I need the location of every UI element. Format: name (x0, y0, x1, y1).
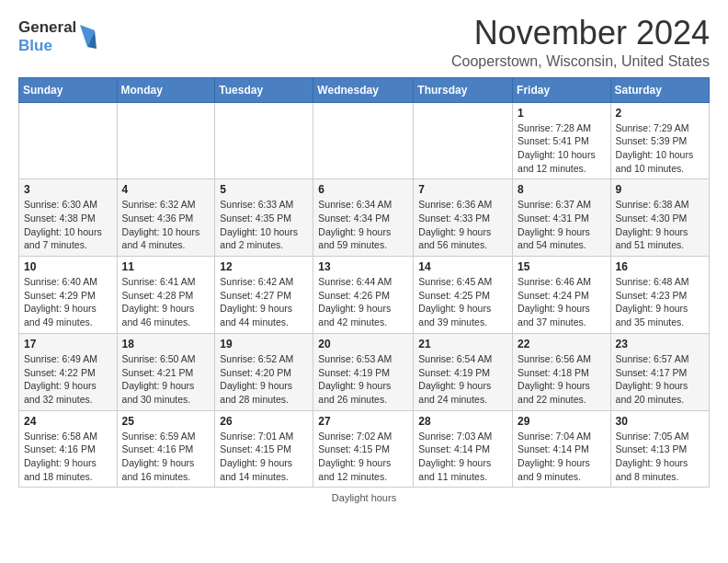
calendar-cell: 13Sunrise: 6:44 AMSunset: 4:26 PMDayligh… (313, 257, 414, 334)
day-number: 24 (24, 415, 112, 428)
logo: General Blue (18, 18, 98, 54)
calendar-cell (313, 102, 414, 179)
calendar-cell: 15Sunrise: 6:46 AMSunset: 4:24 PMDayligh… (513, 257, 611, 334)
day-info: Sunrise: 7:01 AMSunset: 4:15 PMDaylight:… (220, 430, 308, 484)
calendar-cell: 12Sunrise: 6:42 AMSunset: 4:27 PMDayligh… (215, 257, 313, 334)
day-info: Sunrise: 7:28 AMSunset: 5:41 PMDaylight:… (518, 121, 606, 176)
calendar-cell: 24Sunrise: 6:58 AMSunset: 4:16 PMDayligh… (19, 410, 118, 488)
calendar-cell: 1Sunrise: 7:28 AMSunset: 5:41 PMDaylight… (513, 102, 611, 179)
day-info: Sunrise: 6:57 AMSunset: 4:17 PMDaylight:… (616, 352, 704, 407)
calendar-table: SundayMondayTuesdayWednesdayThursdayFrid… (18, 77, 710, 488)
calendar-cell: 18Sunrise: 6:50 AMSunset: 4:21 PMDayligh… (117, 333, 215, 410)
day-number: 21 (418, 338, 507, 350)
calendar-cell: 23Sunrise: 6:57 AMSunset: 4:17 PMDayligh… (610, 333, 709, 410)
calendar-week-1: 1Sunrise: 7:28 AMSunset: 5:41 PMDaylight… (19, 102, 710, 179)
day-number: 22 (518, 338, 606, 350)
day-info: Sunrise: 6:33 AMSunset: 4:35 PMDaylight:… (220, 198, 308, 252)
day-number: 11 (122, 260, 210, 273)
day-info: Sunrise: 6:37 AMSunset: 4:31 PMDaylight:… (518, 198, 606, 252)
calendar-cell: 30Sunrise: 7:05 AMSunset: 4:13 PMDayligh… (610, 410, 709, 488)
day-number: 9 (616, 183, 704, 196)
calendar-cell: 4Sunrise: 6:32 AMSunset: 4:36 PMDaylight… (117, 179, 215, 257)
day-info: Sunrise: 7:05 AMSunset: 4:13 PMDaylight:… (616, 430, 704, 484)
calendar-header-thursday: Thursday (414, 77, 513, 102)
calendar-cell: 5Sunrise: 6:33 AMSunset: 4:35 PMDaylight… (215, 179, 313, 257)
calendar-cell (117, 102, 215, 179)
day-number: 7 (418, 183, 507, 196)
day-number: 2 (616, 107, 704, 120)
calendar-cell: 22Sunrise: 6:56 AMSunset: 4:18 PMDayligh… (513, 333, 611, 410)
day-info: Sunrise: 7:04 AMSunset: 4:14 PMDaylight:… (518, 430, 606, 484)
header: General Blue November 2024 Cooperstown, … (18, 15, 710, 70)
day-number: 8 (518, 183, 606, 196)
calendar-header-monday: Monday (117, 77, 215, 102)
calendar-header-sunday: Sunday (19, 77, 118, 102)
day-info: Sunrise: 6:50 AMSunset: 4:21 PMDaylight:… (122, 352, 210, 407)
calendar-week-4: 17Sunrise: 6:49 AMSunset: 4:22 PMDayligh… (19, 333, 710, 410)
day-number: 5 (220, 183, 308, 196)
day-info: Sunrise: 6:59 AMSunset: 4:16 PMDaylight:… (122, 430, 210, 484)
calendar-cell: 26Sunrise: 7:01 AMSunset: 4:15 PMDayligh… (215, 410, 313, 488)
day-info: Sunrise: 6:53 AMSunset: 4:19 PMDaylight:… (318, 352, 408, 407)
calendar-cell: 17Sunrise: 6:49 AMSunset: 4:22 PMDayligh… (19, 333, 118, 410)
day-info: Sunrise: 6:32 AMSunset: 4:36 PMDaylight:… (122, 198, 210, 252)
calendar-week-3: 10Sunrise: 6:40 AMSunset: 4:29 PMDayligh… (19, 257, 710, 334)
day-number: 4 (122, 183, 210, 196)
calendar-cell (19, 102, 118, 179)
day-number: 13 (318, 260, 408, 273)
calendar-cell: 28Sunrise: 7:03 AMSunset: 4:14 PMDayligh… (414, 410, 513, 488)
day-info: Sunrise: 7:29 AMSunset: 5:39 PMDaylight:… (616, 121, 704, 176)
day-info: Sunrise: 6:46 AMSunset: 4:24 PMDaylight:… (518, 275, 606, 329)
day-info: Sunrise: 6:48 AMSunset: 4:23 PMDaylight:… (616, 275, 704, 329)
day-number: 29 (518, 415, 606, 428)
page: General Blue November 2024 Cooperstown, … (0, 0, 728, 563)
day-info: Sunrise: 6:45 AMSunset: 4:25 PMDaylight:… (418, 275, 507, 329)
day-info: Sunrise: 7:03 AMSunset: 4:14 PMDaylight:… (418, 430, 507, 484)
day-info: Sunrise: 7:02 AMSunset: 4:15 PMDaylight:… (318, 430, 408, 484)
day-info: Sunrise: 6:40 AMSunset: 4:29 PMDaylight:… (24, 275, 112, 329)
footer-note: Daylight hours (18, 492, 710, 503)
calendar-cell: 25Sunrise: 6:59 AMSunset: 4:16 PMDayligh… (117, 410, 215, 488)
day-number: 17 (24, 338, 112, 350)
day-number: 23 (616, 338, 704, 350)
calendar-header-tuesday: Tuesday (215, 77, 313, 102)
calendar-cell: 10Sunrise: 6:40 AMSunset: 4:29 PMDayligh… (19, 257, 118, 334)
day-number: 27 (318, 415, 408, 428)
day-info: Sunrise: 6:30 AMSunset: 4:38 PMDaylight:… (24, 198, 112, 252)
calendar-cell: 19Sunrise: 6:52 AMSunset: 4:20 PMDayligh… (215, 333, 313, 410)
calendar-cell: 16Sunrise: 6:48 AMSunset: 4:23 PMDayligh… (610, 257, 709, 334)
logo-graphic: General Blue (18, 18, 98, 54)
calendar-cell: 11Sunrise: 6:41 AMSunset: 4:28 PMDayligh… (117, 257, 215, 334)
main-title: November 2024 (451, 15, 710, 52)
day-number: 6 (318, 183, 408, 196)
day-number: 16 (616, 260, 704, 273)
day-number: 28 (418, 415, 507, 428)
calendar-week-2: 3Sunrise: 6:30 AMSunset: 4:38 PMDaylight… (19, 179, 710, 257)
day-info: Sunrise: 6:58 AMSunset: 4:16 PMDaylight:… (24, 430, 112, 484)
calendar-cell: 8Sunrise: 6:37 AMSunset: 4:31 PMDaylight… (513, 179, 611, 257)
day-number: 14 (418, 260, 507, 273)
calendar-cell: 29Sunrise: 7:04 AMSunset: 4:14 PMDayligh… (513, 410, 611, 488)
day-info: Sunrise: 6:52 AMSunset: 4:20 PMDaylight:… (220, 352, 308, 407)
logo-icon (78, 23, 98, 51)
calendar-cell (414, 102, 513, 179)
day-number: 25 (122, 415, 210, 428)
subtitle: Cooperstown, Wisconsin, United States (451, 53, 710, 70)
day-info: Sunrise: 6:54 AMSunset: 4:19 PMDaylight:… (418, 352, 507, 407)
day-info: Sunrise: 6:38 AMSunset: 4:30 PMDaylight:… (616, 198, 704, 252)
day-info: Sunrise: 6:49 AMSunset: 4:22 PMDaylight:… (24, 352, 112, 407)
day-info: Sunrise: 6:44 AMSunset: 4:26 PMDaylight:… (318, 275, 408, 329)
calendar-cell: 14Sunrise: 6:45 AMSunset: 4:25 PMDayligh… (414, 257, 513, 334)
day-info: Sunrise: 6:42 AMSunset: 4:27 PMDaylight:… (220, 275, 308, 329)
calendar-cell: 9Sunrise: 6:38 AMSunset: 4:30 PMDaylight… (610, 179, 709, 257)
calendar-cell: 3Sunrise: 6:30 AMSunset: 4:38 PMDaylight… (19, 179, 118, 257)
title-block: November 2024 Cooperstown, Wisconsin, Un… (451, 15, 710, 70)
day-number: 1 (518, 107, 606, 120)
day-info: Sunrise: 6:34 AMSunset: 4:34 PMDaylight:… (318, 198, 408, 252)
day-number: 26 (220, 415, 308, 428)
calendar-cell: 27Sunrise: 7:02 AMSunset: 4:15 PMDayligh… (313, 410, 414, 488)
day-number: 18 (122, 338, 210, 350)
calendar-header-saturday: Saturday (610, 77, 709, 102)
day-number: 20 (318, 338, 408, 350)
logo-line2: Blue (18, 37, 76, 55)
